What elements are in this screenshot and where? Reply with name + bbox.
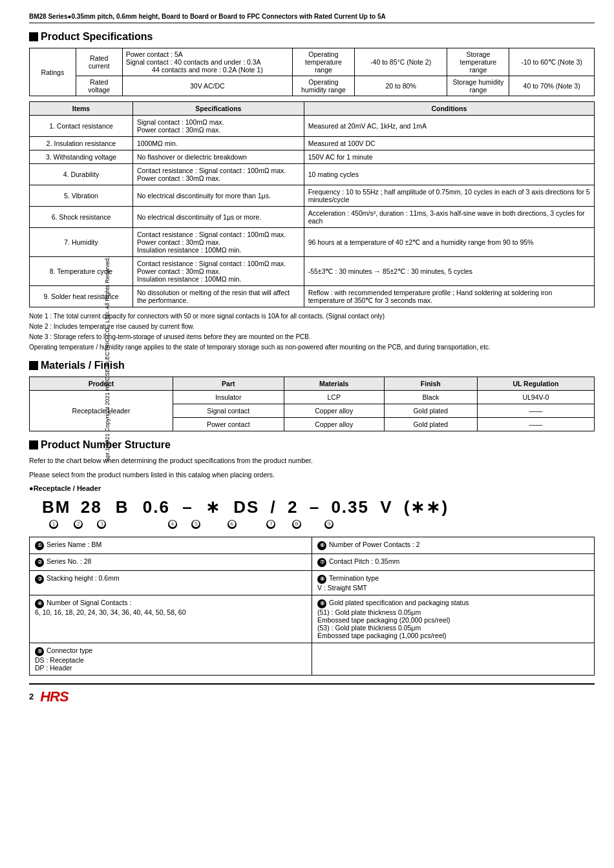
pn-slash: / <box>271 497 277 517</box>
materials-product: Receptacle Header <box>30 391 173 431</box>
circle-4: ❹ <box>168 520 177 529</box>
pn-bm: BM <box>42 497 70 517</box>
table-row: No dissolution or melting of the resin t… <box>133 286 304 307</box>
circle-9: ❾ <box>324 520 333 529</box>
legend-item: ⑧Termination typeV : Straight SMT <box>312 570 595 595</box>
pn-035: 0.35 <box>331 497 369 517</box>
ratings-table: Ratings Rated current Power contact : 5A… <box>29 48 595 96</box>
legend-item: ①Series Name : BM <box>30 537 312 553</box>
pn-starstar: (∗∗) <box>404 497 449 517</box>
table-row: 2. Insulation resistance <box>30 137 133 150</box>
materials-column-header: Part <box>173 377 284 391</box>
pn-06: 0.6 <box>143 497 170 517</box>
legend-item: ②Series No. : 28 <box>30 553 312 570</box>
product-number-display: BM 28 B 0.6 – ∗ DS / 2 – 0.35 V (∗∗) <box>42 497 595 517</box>
legend-item: ⑤Connector typeDS : ReceptacleDP : Heade… <box>30 643 312 675</box>
table-row: -55±3℃ : 30 minutes → 85±2℃ : 30 minutes… <box>304 257 594 286</box>
table-row: Contact resistance : Signal contact : 10… <box>133 164 304 185</box>
pns-title: Product Number Structure <box>29 439 595 451</box>
section-marker-2 <box>29 361 38 370</box>
materials-column-header: UL Regulation <box>477 377 594 391</box>
materials-cell: Insulator <box>173 391 284 404</box>
materials-section-title: Materials / Finish <box>29 360 595 371</box>
pn-ds: DS <box>233 497 259 517</box>
storage-humidity-label: Storage humidity range <box>447 76 509 96</box>
page-number: 2 <box>29 692 34 701</box>
conditions-header: Conditions <box>304 102 594 116</box>
materials-table: ProductPartMaterialsFinishUL Regulation … <box>29 377 595 431</box>
table-row: 10 mating cycles <box>304 164 594 185</box>
page-header: BM28 Series●0.35mm pitch, 0.6mm height, … <box>29 13 595 23</box>
section-marker-3 <box>29 440 38 450</box>
materials-cell: Gold plated <box>384 404 477 418</box>
storage-temp-value: -10 to 60℃ (Note 3) <box>509 48 595 76</box>
pn-dash1: – <box>182 497 193 517</box>
table-row: 7. Humidity <box>30 228 133 257</box>
specifications-header: Specifications <box>133 102 304 116</box>
voltage-value: 30V AC/DC <box>122 76 292 96</box>
circle-1: ❶ <box>49 520 58 529</box>
materials-cell: —— <box>477 404 594 418</box>
table-row: 5. Vibration <box>30 185 133 207</box>
circle-8: ❽ <box>292 520 301 529</box>
materials-cell: Signal contact <box>173 404 284 418</box>
materials-cell: Copper alloy <box>284 404 384 418</box>
product-specs-title: Product Specifications <box>29 31 595 43</box>
table-row: No flashover or dielectric breakdown <box>133 150 304 164</box>
note-item: Note 2 : Includes temperature rise cause… <box>29 322 595 331</box>
table-row: Contact resistance : Signal contact : 10… <box>133 228 304 257</box>
note-item: Operating temperature / humidity range a… <box>29 342 595 352</box>
table-row: Contact resistance : Signal contact : 10… <box>133 257 304 286</box>
items-conditions-table: Items Specifications Conditions 1. Conta… <box>29 101 595 307</box>
legend-item: ④Number of Signal Contacts :6, 10, 16, 1… <box>30 595 312 643</box>
materials-cell: Gold plated <box>384 418 477 431</box>
table-row: 150V AC for 1 minute <box>304 150 594 164</box>
pns-desc2: Please select from the product numbers l… <box>29 470 595 480</box>
pns-desc1: Refer to the chart below when determinin… <box>29 456 595 466</box>
legend-item: ⑥Number of Power Contacts : 2 <box>312 537 595 553</box>
pn-28: 28 <box>81 497 102 517</box>
table-row: 1000MΩ min. <box>133 137 304 150</box>
table-row: Measured at 20mV AC, 1kHz, and 1mA <box>304 116 594 137</box>
pn-star: ∗ <box>206 497 221 517</box>
materials-cell: LCP <box>284 391 384 404</box>
table-row: 8. Temperature cycle <box>30 257 133 286</box>
pn-circles-row: ❶ ❷ ❸ ❹ ❺ ❻ ❼ ❽ <box>42 519 595 529</box>
rated-voltage-label: Rated voltage <box>76 76 122 96</box>
op-humidity-label: Operating humidity range <box>293 76 355 96</box>
pn-b: B <box>116 497 129 517</box>
table-row: 1. Contact resistance <box>30 116 133 137</box>
op-humidity-value: 20 to 80% <box>354 76 447 96</box>
table-row: Acceleration : 450m/s², duration : 11ms,… <box>304 207 594 228</box>
footer: 2 HRS <box>29 683 595 705</box>
legend-item <box>312 643 595 675</box>
table-row: No electrical discontinuity for more tha… <box>133 185 304 207</box>
materials-column-header: Materials <box>284 377 384 391</box>
circle-2: ❷ <box>74 520 83 529</box>
notes-section: Note 1 : The total current capacity for … <box>29 311 595 352</box>
hrs-logo: HRS <box>40 688 68 705</box>
materials-column-header: Product <box>30 377 173 391</box>
table-row: 6. Shock resistance <box>30 207 133 228</box>
table-row: Measured at 100V DC <box>304 137 594 150</box>
rated-current-label: Rated current <box>76 48 122 76</box>
table-row: No electrical discontinuity of 1μs or mo… <box>133 207 304 228</box>
materials-cell: Copper alloy <box>284 418 384 431</box>
circle-3: ❸ <box>97 520 106 529</box>
pn-dash2: – <box>310 497 320 517</box>
ratings-label: Ratings <box>30 48 76 96</box>
pn-v: V <box>380 497 392 517</box>
table-row: Reflow : with recommended temperature pr… <box>304 286 594 307</box>
sidebar-copyright: Apr.1.2021 Copyright 2021 HIROSE ELECTRI… <box>104 256 111 461</box>
table-row: 3. Withstanding voltage <box>30 150 133 164</box>
table-row: Signal contact : 100mΩ max. Power contac… <box>133 116 304 137</box>
materials-cell: Power contact <box>173 418 284 431</box>
table-row: Frequency : 10 to 55Hz ; half amplitude … <box>304 185 594 207</box>
materials-cell: UL94V-0 <box>477 391 594 404</box>
receptacle-header: ●Receptacle / Header <box>29 484 595 492</box>
circle-6: ❻ <box>228 520 237 529</box>
table-row: 96 hours at a temperature of 40 ±2℃ and … <box>304 228 594 257</box>
product-number-section: Product Number Structure Refer to the ch… <box>29 439 595 676</box>
legend-item: ⑨Gold plated specification and packaging… <box>312 595 595 643</box>
circle-5: ❺ <box>191 520 200 529</box>
